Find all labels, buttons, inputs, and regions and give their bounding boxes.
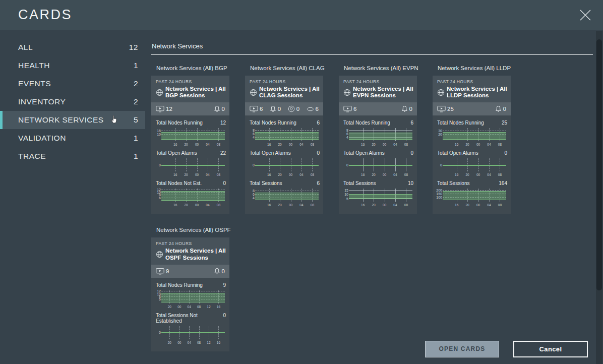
x-tick-label: 08 <box>404 173 408 176</box>
sidebar-item-network-services[interactable]: NETWORK SERVICES5 <box>0 111 145 129</box>
sidebar-item-health[interactable]: HEALTH1 <box>0 56 145 75</box>
x-tick-label: 00 <box>476 203 480 207</box>
nodes-icon <box>250 105 258 112</box>
x-tick-label: 00 <box>476 143 480 146</box>
chart-value: 9 <box>223 282 226 288</box>
card[interactable]: PAST 24 HOURSNetwork Services | All BGP … <box>151 76 229 214</box>
x-axis: 1620000408 <box>161 172 225 177</box>
card[interactable]: PAST 24 HOURSNetwork Services | All LLDP… <box>433 76 511 214</box>
card-header: PAST 24 HOURSNetwork Services | All EVPN… <box>339 76 417 102</box>
x-tick-label: 20 <box>168 305 171 309</box>
globe-icon <box>250 89 257 96</box>
mini-chart: 864 <box>349 128 412 141</box>
x-tick-label: 20 <box>372 203 376 207</box>
stat-value: 0 <box>222 106 225 112</box>
card-label: Network Services (All) CLAG <box>245 65 323 76</box>
x-tick-label: 04 <box>299 173 303 176</box>
chart-label: Total Sessions <box>343 180 376 186</box>
mini-chart: 0 <box>443 158 506 171</box>
x-tick-label: 16 <box>173 143 177 146</box>
card-label: Network Services (All) OSPF <box>151 227 229 237</box>
sidebar-item-inventory[interactable]: INVENTORY2 <box>0 93 145 111</box>
x-tick-label: 20 <box>185 203 188 207</box>
nodes-stat: 9 <box>156 268 169 275</box>
mini-chart: 3020 <box>443 128 506 141</box>
chart-band <box>161 132 225 140</box>
mini-chart: 200150100 <box>443 189 506 202</box>
nodes-icon <box>156 268 164 275</box>
chart-band <box>161 191 225 201</box>
chart-block: Total Nodes Not Est.01210861620000408 <box>153 180 227 207</box>
chart-value: 12 <box>220 120 226 126</box>
chart-block: Total Nodes Running68641620000408 <box>247 120 321 147</box>
chart-value: 6 <box>317 120 320 126</box>
chart-block: Total Open Alarms001620000408 <box>341 150 415 177</box>
sidebar-item-all[interactable]: ALL12 <box>0 38 145 56</box>
nodes-icon <box>156 105 164 112</box>
scrollbar-thumb[interactable] <box>596 39 602 290</box>
x-tick-label: 04 <box>393 203 397 207</box>
bell-icon <box>401 105 408 112</box>
x-tick-label: 00 <box>195 203 199 207</box>
x-tick-label: 20 <box>466 203 469 207</box>
chart-label: Total Nodes Running <box>156 282 203 288</box>
card-title: Network Services | All OSPF Sessions <box>165 248 226 261</box>
stat-value: 0 <box>503 106 506 112</box>
chart-band <box>255 193 319 200</box>
x-tick-label: 08 <box>404 143 408 146</box>
mini-chart: 121086 <box>161 189 225 202</box>
sidebar: ALL12HEALTH1EVENTS2INVENTORY2NETWORK SER… <box>0 30 145 334</box>
sidebar-item-label: NETWORK SERVICES <box>18 115 104 125</box>
card-cell: Network Services (All) LLDPPAST 24 HOURS… <box>433 65 511 214</box>
open-cards-button[interactable]: OPEN CARDS <box>425 341 499 357</box>
card-cell: Network Services (All) CLAGPAST 24 HOURS… <box>245 65 323 214</box>
card-title: Network Services | All LLDP Sessions <box>447 86 508 99</box>
nodes-icon <box>437 105 446 112</box>
sidebar-item-validation[interactable]: VALIDATION1 <box>0 129 145 147</box>
y-tick-label: 15 <box>153 129 161 132</box>
x-tick-label: 16 <box>361 203 365 207</box>
cancel-button[interactable]: Cancel <box>513 341 588 357</box>
chart-band <box>443 191 506 200</box>
card-stats-row: 120 <box>151 102 229 115</box>
x-tick-label: 04 <box>393 143 397 146</box>
sidebar-item-label: HEALTH <box>18 61 50 70</box>
sidebar-item-events[interactable]: EVENTS2 <box>0 75 145 93</box>
globe-icon-wrap <box>250 89 257 96</box>
x-tick-label: 04 <box>206 203 209 207</box>
close-button[interactable] <box>579 9 592 22</box>
sidebar-item-count: 2 <box>134 79 138 88</box>
sidebar-item-trace[interactable]: TRACE1 <box>0 147 145 165</box>
x-tick-label: 00 <box>289 143 292 146</box>
chart-block: Total Sessions10151051620000408 <box>341 180 415 207</box>
sidebar-item-count: 1 <box>134 61 138 70</box>
x-axis: 1620000408 <box>443 172 506 177</box>
x-tick-label: 20 <box>278 143 282 146</box>
stat-value: 6 <box>316 106 319 112</box>
card-period: PAST 24 HOURS <box>437 79 508 84</box>
x-tick-label: 00 <box>177 305 181 309</box>
x-tick-label: 04 <box>299 143 303 146</box>
chart-label: Total Sessions <box>437 180 469 186</box>
y-tick-label: 100 <box>435 196 442 199</box>
mini-chart: 0 <box>161 158 225 171</box>
bell-stat: 0 <box>270 105 281 112</box>
chart-block: Total Nodes Running68641620000408 <box>341 120 415 147</box>
x-tick-label: 08 <box>404 203 408 207</box>
chart-value: 25 <box>502 120 507 126</box>
chart-block: Total Sessions68641620000408 <box>247 180 321 207</box>
chart-flat-line <box>161 165 225 166</box>
x-tick-label: 00 <box>289 173 292 176</box>
card[interactable]: PAST 24 HOURSNetwork Services | All CLAG… <box>245 76 323 214</box>
close-icon <box>579 9 591 21</box>
card[interactable]: PAST 24 HOURSNetwork Services | All EVPN… <box>339 76 417 214</box>
x-tick-label: 00 <box>383 203 386 207</box>
sidebar-item-count: 1 <box>134 134 138 143</box>
section-title: Network Services <box>152 42 593 50</box>
chart-label: Total Sessions <box>250 180 282 186</box>
stat-value: 0 <box>278 106 281 112</box>
chart-block: Total Nodes Running2530201620000408 <box>435 120 509 147</box>
y-tick-label: 5 <box>341 197 348 200</box>
chart-block: Total Sessions1642001501001620000408 <box>435 180 509 207</box>
y-tick-label: 6 <box>153 196 161 199</box>
